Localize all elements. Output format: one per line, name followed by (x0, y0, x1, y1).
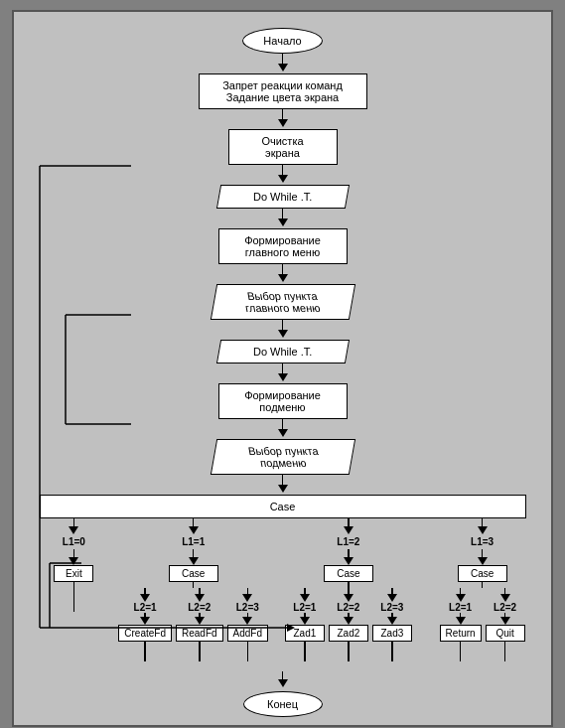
end-node: Конец (243, 691, 323, 717)
sub-branches-l1-1: L2=1 CreateFd L2=2 ReadFd (118, 588, 268, 661)
branch-l1-1-label: L1=1 (182, 536, 205, 547)
diagram: Начало Запрет реакции команд Задание цве… (12, 10, 553, 727)
dowhile1-node: Do While .T. (218, 185, 348, 209)
branch-l1-0: L1=0 Exit (30, 518, 119, 671)
arrow-line-4 (282, 209, 284, 218)
case-l1-3: Case (458, 565, 507, 582)
case-l1-1: Case (169, 565, 218, 582)
converge-arrow (278, 679, 288, 687)
init-node: Запрет реакции команд Задание цвета экра… (199, 73, 367, 109)
arrow-4 (278, 218, 288, 226)
branches-row: L1=0 Exit L1=1 Case (30, 518, 536, 671)
arrow-line-1 (282, 54, 284, 64)
branch-l1-1: L1=1 Case L2=1 CreateFd (118, 518, 268, 671)
select-main-label: Выбор пунктаглавного меню (210, 284, 354, 320)
form-sub-label: Формирование подменю (218, 383, 348, 419)
select-sub-node: Выбор пунктаподменю (213, 439, 353, 475)
branch-l1-2-label: L1=2 (337, 536, 359, 547)
arrow-line-8 (282, 419, 284, 429)
arrow-line-5 (282, 264, 284, 274)
arrow-line-2 (282, 109, 284, 119)
arrow-8 (278, 429, 288, 437)
arrow-line-9 (282, 475, 284, 485)
end-label: Конец (243, 691, 323, 717)
select-main-node: Выбор пунктаглавного меню (213, 284, 353, 320)
sub-branches-l1-3: L2=1 Return L2=2 Quit (440, 588, 525, 661)
start-label: Начало (242, 28, 322, 54)
branch-l1-2: L1=2 Case L2=1 Zad1 (268, 518, 429, 671)
arrow-1 (278, 64, 288, 72)
form-main-label: Формирование главного меню (218, 228, 348, 264)
case-l1-2: Case (324, 565, 373, 582)
branch-l1-3: L1=3 Case L2=1 Return (429, 518, 536, 671)
sub-branches-l1-2: L2=1 Zad1 L2=2 Zad2 (285, 588, 412, 661)
clear-label: Очистка экрана (228, 129, 338, 165)
arrow-3 (278, 175, 288, 183)
form-main-node: Формирование главного меню (218, 228, 348, 264)
arrow-9 (278, 485, 288, 493)
dowhile2-label: Do While .T. (215, 340, 349, 364)
dowhile1-label: Do While .T. (215, 185, 349, 209)
main-flow: Начало Запрет реакции команд Задание цве… (22, 20, 543, 717)
branch-l1-0-label: L1=0 (63, 536, 85, 547)
form-sub-node: Формирование подменю (218, 383, 348, 419)
exit-node: Exit (54, 565, 93, 582)
arrow-2 (278, 119, 288, 127)
start-node: Начало (242, 28, 322, 54)
arrow-5 (278, 274, 288, 282)
arrow-line-7 (282, 364, 284, 373)
arrow-line-6 (282, 320, 284, 330)
clear-node: Очистка экрана (228, 129, 338, 165)
case-main-node: Case (40, 495, 526, 518)
select-sub-label: Выбор пунктаподменю (210, 439, 354, 475)
init-label: Запрет реакции команд Задание цвета экра… (199, 73, 367, 109)
arrow-6 (278, 330, 288, 338)
dowhile2-node: Do While .T. (218, 340, 348, 364)
arrow-line-3 (282, 165, 284, 175)
branch-l1-3-label: L1=3 (471, 536, 494, 547)
converge-line (282, 671, 284, 679)
arrow-7 (278, 373, 288, 381)
case-main-label: Case (40, 495, 526, 518)
